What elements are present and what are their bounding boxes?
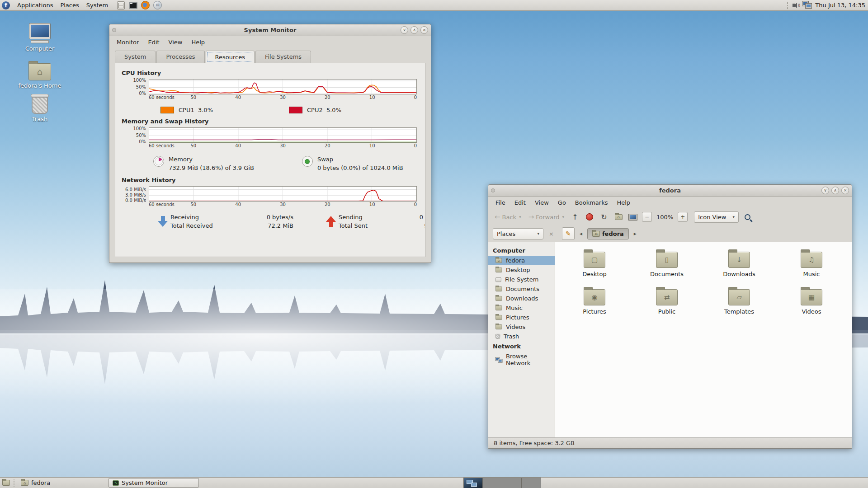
menu-bookmarks[interactable]: Bookmarks [571,198,612,207]
folder-icon: ▯ [656,252,678,268]
sidebar-item-desktop[interactable]: Desktop [488,265,555,275]
xtick: 20 [325,202,330,207]
home-button[interactable]: ⌂ [613,211,624,223]
fedora-menu-icon[interactable]: f [2,1,10,9]
menu-file[interactable]: File [492,198,509,207]
file-item-documents[interactable]: ▯ Documents [633,252,701,277]
reload-button[interactable]: ↻ [599,211,609,223]
clock[interactable]: Thu Jul 13, 14:35 [815,2,866,9]
sm-titlebar[interactable]: System Monitor ∨ ∧ × [109,24,431,36]
back-button[interactable]: ← Back ▾ [493,211,523,222]
volume-icon[interactable]: )) [793,3,800,8]
sidebar-item-file-system[interactable]: File System [488,275,555,284]
stop-button[interactable] [584,211,595,223]
workspace-3[interactable] [502,478,522,488]
minimize-button[interactable]: ∨ [821,187,829,194]
drive-icon [495,277,501,282]
tab-resources[interactable]: Resources [206,51,255,63]
computer-button[interactable] [627,211,638,223]
home-emblem: ⌂ [496,258,502,263]
breadcrumb-left-button[interactable]: ◂ [577,229,585,239]
zoom-out-button[interactable]: − [642,212,652,222]
resources-page: CPU History 100% 50% 0% 60 seconds 50 40… [115,63,425,257]
desktop-icon-home[interactable]: ⌂ fedora's Home [10,63,69,89]
back-history-caret[interactable]: ▾ [519,215,521,219]
firefox-launcher[interactable] [141,0,150,10]
fm-file-area[interactable]: ▢ Desktop ▯ Documents ↓ Downloads ♫ Musi… [555,242,852,437]
swap-dot-icon[interactable] [302,156,313,167]
cpu1-swatch[interactable] [160,107,174,113]
menu-help[interactable]: Help [188,38,208,47]
close-sidebar-button[interactable]: × [546,230,557,238]
file-item-downloads[interactable]: ↓ Downloads [705,252,773,277]
breadcrumb-right-button[interactable]: ▸ [632,229,639,239]
workspace-1[interactable] [463,478,483,488]
cpu2-swatch[interactable] [289,107,302,113]
tab-file-systems[interactable]: File Systems [255,51,311,63]
panel-handle [787,2,789,9]
close-button[interactable]: × [841,187,849,194]
zoom-in-button[interactable]: + [678,212,688,222]
minimize-button[interactable]: ∨ [401,26,408,34]
computer-monitor-icon [29,23,50,39]
menu-monitor[interactable]: Monitor [113,38,142,47]
workspace-4[interactable] [522,478,541,488]
up-button[interactable]: ↑ [570,211,580,223]
file-item-public[interactable]: ⇄ Public [633,289,701,315]
sidebar-item-music[interactable]: Music [488,303,555,313]
show-desktop-button[interactable] [0,478,12,488]
memory-pie-icon[interactable] [153,156,164,167]
search-button[interactable] [742,211,753,223]
menu-places[interactable]: Places [57,1,82,9]
templates-emblem: ▱ [729,290,750,305]
menu-view[interactable]: View [531,198,552,207]
menu-go[interactable]: Go [554,198,570,207]
file-item-music[interactable]: ♫ Music [778,252,845,277]
sidebar-item-downloads[interactable]: Downloads [488,294,555,303]
forward-button[interactable]: → Forward ▾ [527,211,566,222]
public-emblem: ⇄ [656,290,677,305]
task-button-system-monitor[interactable]: ∿ System Monitor [108,478,199,488]
maximize-button[interactable]: ∧ [410,26,418,34]
sidebar-item-fedora[interactable]: ⌂ fedora [488,256,555,265]
mail-launcher[interactable]: ✉ [153,0,162,10]
menu-view[interactable]: View [165,38,186,47]
sidebar-item-documents[interactable]: Documents [488,284,555,294]
memory-yticks: 100% 50% 0% [119,127,146,143]
sidebar-mode-select[interactable]: Places ▾ [493,228,543,239]
file-item-pictures[interactable]: ◉ Pictures [561,289,628,315]
terminal-launcher[interactable] [128,0,138,10]
file-item-videos[interactable]: ▦ Videos [778,289,845,315]
close-button[interactable]: × [420,26,428,34]
downloads-emblem: ↓ [729,252,750,267]
file-item-templates[interactable]: ▱ Templates [705,289,773,315]
browse-network-icon [495,357,502,362]
home-emblem: ⌂ [29,64,51,80]
view-mode-select[interactable]: Icon View ▾ [694,211,739,223]
maximize-button[interactable]: ∧ [831,187,839,194]
tab-system[interactable]: System [115,51,156,63]
workspace-2[interactable] [483,478,502,488]
file-item-desktop[interactable]: ▢ Desktop [561,252,628,277]
sm-menubar: Monitor Edit View Help [109,36,431,48]
menu-edit[interactable]: Edit [144,38,163,47]
tab-processes[interactable]: Processes [156,51,204,63]
edit-location-button[interactable]: ✎ [562,227,575,240]
sidebar-item-trash[interactable]: Trash [488,332,555,341]
sidebar-item-videos[interactable]: Videos [488,322,555,332]
menu-applications[interactable]: Applications [14,1,57,9]
menu-system[interactable]: System [83,1,112,9]
breadcrumb-fedora[interactable]: ⌂ fedora [587,228,629,239]
forward-history-caret[interactable]: ▾ [562,215,565,219]
desktop-icon-trash[interactable]: Trash [10,95,69,122]
task-button-fedora[interactable]: ⌂ fedora [17,478,108,488]
menu-help[interactable]: Help [613,198,634,207]
sidebar-item-browse-network[interactable]: Browse Network [488,352,555,368]
menu-edit[interactable]: Edit [511,198,529,207]
fm-titlebar[interactable]: fedora ∨ ∧ × [488,185,852,197]
file-manager-launcher[interactable] [116,0,126,10]
sidebar-item-pictures[interactable]: Pictures [488,313,555,322]
network-status-icon[interactable] [802,1,812,9]
desktop-icon-computer[interactable]: Computer [10,23,69,52]
desktop-folder-icon [495,267,502,272]
